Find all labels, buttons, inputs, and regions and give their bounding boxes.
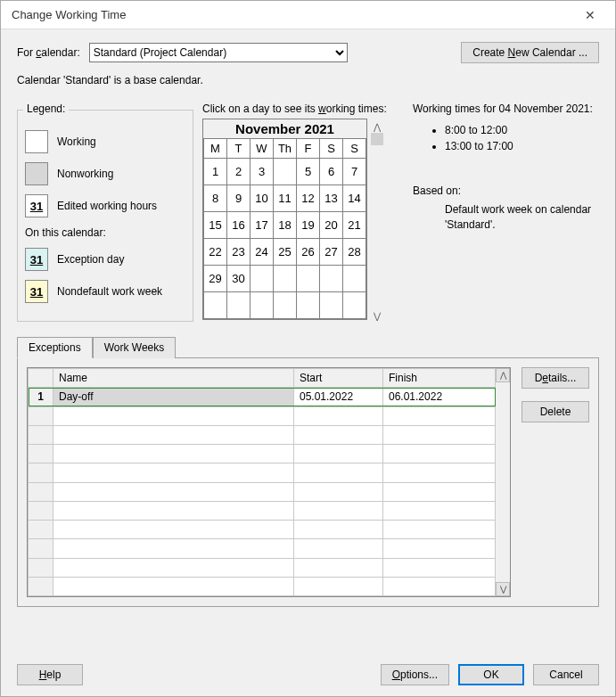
calendar-day-cell[interactable]: 22 bbox=[204, 239, 227, 266]
table-row[interactable] bbox=[29, 463, 496, 482]
working-times-list: 8:00 to 12:0013:00 to 17:00 bbox=[445, 124, 599, 152]
calendar-day-cell[interactable]: 9 bbox=[227, 185, 251, 212]
table-row[interactable] bbox=[29, 501, 496, 520]
calendar-next-button[interactable]: ⋁ bbox=[371, 309, 383, 322]
based-on-text: Default work week on calendar 'Standard'… bbox=[445, 202, 599, 233]
calendar-day-cell[interactable]: 8 bbox=[204, 185, 227, 212]
calendar-scroll-thumb[interactable] bbox=[371, 133, 383, 145]
calendar-day-cell[interactable]: 1 bbox=[204, 159, 227, 185]
calendar-day-cell[interactable]: 24 bbox=[251, 239, 274, 266]
details-button[interactable]: Details... bbox=[522, 367, 589, 389]
calendar-day-cell[interactable]: 10 bbox=[251, 185, 274, 212]
grid-header-name[interactable]: Name bbox=[53, 369, 294, 388]
legend-label-edited: Edited working hours bbox=[57, 200, 157, 212]
legend-label-exception: Exception day bbox=[57, 253, 124, 266]
calendar-day-cell bbox=[320, 266, 343, 292]
calendar-dow-header: W bbox=[251, 139, 274, 159]
based-on-label: Based on: bbox=[413, 184, 599, 197]
options-button[interactable]: Options... bbox=[381, 664, 449, 685]
calendar-day-cell[interactable]: 15 bbox=[204, 212, 227, 239]
legend-label-nondefault: Nondefault work week bbox=[57, 285, 162, 298]
calendar-day-cell[interactable]: 7 bbox=[343, 159, 366, 185]
grid-header-start[interactable]: Start bbox=[294, 369, 383, 388]
calendar-day-cell bbox=[274, 266, 297, 292]
cancel-button[interactable]: Cancel bbox=[533, 664, 599, 685]
calendar-prev-button[interactable]: ⋀ bbox=[371, 120, 383, 133]
help-button[interactable]: Help bbox=[17, 664, 83, 685]
table-row[interactable] bbox=[29, 425, 496, 444]
titlebar: Change Working Time ✕ bbox=[1, 1, 615, 29]
legend-swatch-exception: 31 bbox=[25, 248, 48, 271]
grid-cell-start[interactable]: 05.01.2022 bbox=[294, 388, 383, 406]
grid-cell-name[interactable]: Day-off bbox=[53, 388, 294, 406]
calendar-day-cell[interactable]: 11 bbox=[274, 185, 297, 212]
calendar-day-cell[interactable]: 18 bbox=[274, 212, 297, 239]
calendar-day-cell[interactable]: 14 bbox=[343, 185, 366, 212]
grid-header-finish[interactable]: Finish bbox=[383, 369, 496, 388]
working-time-entry: 13:00 to 17:00 bbox=[445, 140, 599, 152]
calendar-day-cell[interactable]: 5 bbox=[297, 159, 320, 185]
calendar-day-cell bbox=[227, 292, 251, 319]
legend-label-nonworking: Nonworking bbox=[57, 168, 113, 180]
calendar-select[interactable]: Standard (Project Calendar) bbox=[89, 43, 348, 62]
table-row[interactable] bbox=[29, 558, 496, 577]
calendar-day-cell bbox=[320, 292, 343, 319]
calendar-day-cell bbox=[251, 266, 274, 292]
table-row[interactable] bbox=[29, 406, 496, 425]
calendar-day-cell[interactable]: 2 bbox=[227, 159, 251, 185]
delete-button[interactable]: Delete bbox=[522, 401, 589, 422]
calendar-day-cell[interactable]: 17 bbox=[251, 212, 274, 239]
window-title: Change Working Time bbox=[12, 8, 572, 21]
calendar-day-cell[interactable]: 3 bbox=[251, 159, 274, 185]
tab-work-weeks[interactable]: Work Weeks bbox=[93, 337, 177, 358]
exceptions-grid[interactable]: NameStartFinish1Day-off05.01.202206.01.2… bbox=[27, 367, 511, 597]
calendar-day-cell[interactable]: 16 bbox=[227, 212, 251, 239]
legend-swatch-nondefault: 31 bbox=[25, 280, 48, 303]
table-row[interactable]: 1Day-off05.01.202206.01.2022 bbox=[29, 388, 496, 406]
table-row[interactable] bbox=[29, 539, 496, 558]
table-row[interactable] bbox=[29, 521, 496, 539]
calendar-dow-header: M bbox=[204, 139, 227, 159]
working-times-heading: Working times for 04 November 2021: bbox=[413, 102, 599, 115]
calendar-month-title: November 2021 bbox=[203, 119, 366, 138]
legend-label-working: Working bbox=[57, 135, 96, 148]
calendar-day-cell[interactable]: 6 bbox=[320, 159, 343, 185]
table-row[interactable] bbox=[29, 482, 496, 501]
calendar-day-cell[interactable]: 26 bbox=[297, 239, 320, 266]
calendar-day-cell[interactable]: 21 bbox=[343, 212, 366, 239]
change-working-time-dialog: Change Working Time ✕ For calendar: Stan… bbox=[0, 0, 616, 697]
for-calendar-label: For calendar: bbox=[17, 46, 80, 59]
calendar-dow-header: S bbox=[320, 139, 343, 159]
calendar-day-cell bbox=[251, 292, 274, 319]
table-row[interactable] bbox=[29, 445, 496, 463]
calendar-day-cell[interactable]: 19 bbox=[297, 212, 320, 239]
calendar-day-cell[interactable]: 30 bbox=[227, 266, 251, 292]
create-new-calendar-button[interactable]: Create New Calendar ... bbox=[461, 42, 599, 63]
calendar-day-cell[interactable]: 4 bbox=[274, 159, 297, 185]
tab-exceptions[interactable]: Exceptions bbox=[17, 337, 93, 358]
calendar-day-cell bbox=[274, 292, 297, 319]
calendar-day-cell[interactable]: 20 bbox=[320, 212, 343, 239]
calendar-day-cell bbox=[204, 292, 227, 319]
table-row[interactable] bbox=[29, 577, 496, 595]
grid-scrollbar[interactable]: ⋀ ⋁ bbox=[496, 368, 510, 596]
legend-swatch-working bbox=[25, 130, 48, 153]
ok-button[interactable]: OK bbox=[458, 664, 524, 685]
grid-cell-finish[interactable]: 06.01.2022 bbox=[383, 388, 496, 406]
calendar-day-cell bbox=[343, 266, 366, 292]
calendar-day-cell[interactable]: 23 bbox=[227, 239, 251, 266]
calendar-hint: Click on a day to see its working times: bbox=[202, 102, 398, 115]
calendar-day-cell[interactable]: 29 bbox=[204, 266, 227, 292]
calendar-day-cell[interactable]: 12 bbox=[297, 185, 320, 212]
scroll-down-icon[interactable]: ⋁ bbox=[496, 582, 510, 596]
calendar-day-cell[interactable]: 13 bbox=[320, 185, 343, 212]
calendar-day-cell[interactable]: 25 bbox=[274, 239, 297, 266]
scroll-up-icon[interactable]: ⋀ bbox=[496, 368, 510, 382]
legend-title: Legend: bbox=[23, 102, 69, 115]
month-calendar[interactable]: November 2021 MTWThFSS123456789101112131… bbox=[202, 119, 367, 320]
legend-swatch-nonworking bbox=[25, 162, 48, 185]
working-time-entry: 8:00 to 12:00 bbox=[445, 124, 599, 136]
close-button[interactable]: ✕ bbox=[572, 3, 608, 28]
calendar-day-cell[interactable]: 28 bbox=[343, 239, 366, 266]
calendar-day-cell[interactable]: 27 bbox=[320, 239, 343, 266]
